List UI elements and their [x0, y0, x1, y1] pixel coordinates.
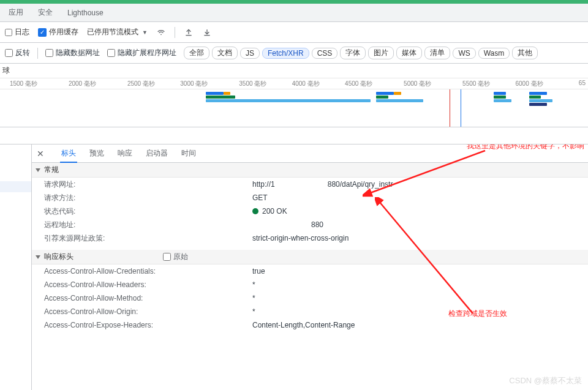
invert-filter[interactable]: 反转	[5, 48, 30, 58]
timeline-ticks: 1500 毫秒2000 毫秒2500 毫秒3000 毫秒3500 毫秒4000 …	[0, 78, 588, 89]
requests-header-row: 球	[0, 64, 588, 78]
timeline-bar	[529, 92, 547, 95]
close-icon[interactable]: ✕	[37, 149, 48, 159]
response-header-value: true	[252, 267, 265, 276]
timeline-bar	[394, 92, 401, 95]
preserve-log-checkbox[interactable]	[5, 29, 12, 36]
row-remote-address: 远程地址: 880	[32, 218, 588, 231]
row-status-code: 状态代码: 200 OK	[32, 204, 588, 218]
download-icon[interactable]	[202, 28, 212, 37]
status-dot-icon	[252, 208, 258, 214]
response-header-key: Access-Control-Allow-Credentials:	[44, 267, 252, 276]
response-header-key: Access-Control-Allow-Headers:	[44, 280, 252, 289]
annotation-text-2: 检查跨域是否生效	[448, 309, 507, 319]
hide-data-urls[interactable]: 隐藏数据网址	[45, 48, 100, 58]
section-response-headers[interactable]: 响应标头 原始	[32, 250, 588, 264]
throttling-select[interactable]: 已停用节流模式 ▼	[87, 27, 148, 37]
watermark: CSDN @蔡蔡不太菜	[509, 375, 582, 386]
detail-split: ✕ 标头 预览 响应 启动器 时间 常规 请求网址: http://1880/d…	[0, 144, 588, 390]
response-header-row: Access-Control-Allow-Method:*	[32, 291, 588, 305]
disable-cache[interactable]: ✓ 停用缓存	[38, 27, 78, 37]
timeline-bar	[376, 99, 423, 102]
timeline-bar	[529, 99, 552, 102]
filters-row: 反转 隐藏数据网址 隐藏扩展程序网址 全部文档JSFetch/XHRCSS字体图…	[0, 43, 588, 64]
tab-preview[interactable]: 预览	[89, 148, 104, 159]
type-filter-媒体[interactable]: 媒体	[396, 47, 422, 59]
remote-address-value: 880	[252, 220, 323, 229]
timeline-bar	[376, 96, 388, 99]
detail-pane: ✕ 标头 预览 响应 启动器 时间 常规 请求网址: http://1880/d…	[32, 144, 588, 390]
tab-lighthouse[interactable]: Lighthouse	[67, 9, 104, 17]
response-header-key: Access-Control-Allow-Origin:	[44, 307, 252, 316]
type-filter-字体[interactable]: 字体	[340, 47, 366, 59]
tab-initiator[interactable]: 启动器	[146, 148, 168, 159]
status-code-value: 200 OK	[252, 207, 287, 216]
request-list-narrow[interactable]	[0, 144, 32, 390]
type-filter-清单[interactable]: 清单	[424, 47, 450, 59]
devtools-top-tabs: 应用 安全 Lighthouse	[0, 4, 588, 22]
tick: 3500 毫秒	[239, 80, 266, 88]
hide-data-label: 隐藏数据网址	[56, 48, 100, 58]
hide-data-checkbox[interactable]	[45, 49, 53, 57]
request-url-value: http://1880/datApi/qry_instr	[252, 180, 393, 189]
response-header-row: Access-Control-Allow-Headers:*	[32, 278, 588, 291]
response-header-value: *	[252, 307, 255, 316]
type-filter-group: 全部文档JSFetch/XHRCSS字体图片媒体清单WSWasm其他	[184, 47, 538, 59]
response-header-value: Content-Length,Content-Range	[252, 321, 355, 329]
timeline-bar	[376, 92, 394, 95]
disable-cache-checkbox[interactable]: ✓	[38, 28, 47, 37]
tab-response[interactable]: 响应	[118, 148, 132, 159]
upload-icon[interactable]	[184, 28, 194, 37]
selected-request-row[interactable]	[0, 181, 31, 192]
preserve-log-partial[interactable]: 日志	[5, 27, 29, 37]
filter-divider-1	[37, 48, 38, 59]
svg-point-0	[160, 34, 162, 35]
type-filter-图片[interactable]: 图片	[368, 47, 394, 59]
type-filter-文档[interactable]: 文档	[212, 47, 238, 59]
collapse-icon	[36, 168, 40, 172]
type-filter-其他[interactable]: 其他	[512, 47, 538, 59]
wifi-icon[interactable]	[156, 28, 166, 37]
request-method-value: GET	[252, 193, 268, 202]
row-referrer-policy: 引荐来源网址政策: strict-origin-when-cross-origi…	[32, 231, 588, 245]
request-method-key: 请求方法:	[44, 193, 252, 203]
hide-extension-urls[interactable]: 隐藏扩展程序网址	[107, 48, 176, 58]
timeline-bar	[494, 96, 505, 99]
timeline-bar	[206, 96, 235, 99]
section-response-headers-title: 响应标头	[44, 252, 74, 262]
section-general[interactable]: 常规	[32, 163, 588, 178]
tick: 65	[579, 80, 586, 86]
response-header-row: Access-Control-Allow-Credentials:true	[32, 264, 588, 278]
spacer	[0, 127, 588, 144]
type-filter-JS[interactable]: JS	[240, 48, 260, 59]
row-request-url: 请求网址: http://1880/datApi/qry_instr	[32, 178, 588, 191]
hide-ext-checkbox[interactable]	[107, 49, 115, 57]
response-header-key: Access-Control-Allow-Method:	[44, 294, 252, 302]
type-filter-WS[interactable]: WS	[453, 48, 475, 59]
type-filter-全部[interactable]: 全部	[184, 47, 209, 59]
tab-timing[interactable]: 时间	[181, 148, 196, 159]
tick: 3000 毫秒	[180, 80, 208, 88]
timeline[interactable]: 1500 毫秒2000 毫秒2500 毫秒3000 毫秒3500 毫秒4000 …	[0, 78, 588, 127]
type-filter-Fetch/XHR[interactable]: Fetch/XHR	[262, 48, 309, 59]
raw-toggle[interactable]: 原始	[163, 252, 188, 262]
response-header-key: Access-Control-Expose-Headers:	[44, 321, 252, 329]
section-general-title: 常规	[44, 165, 59, 175]
annotation-text-1: 我这里是其他环境的关键字，不影响	[467, 144, 584, 151]
timeline-bar	[224, 92, 231, 95]
raw-checkbox[interactable]	[163, 253, 171, 261]
tab-headers[interactable]: 标头	[61, 148, 76, 159]
tab-security[interactable]: 安全	[38, 7, 53, 18]
raw-label: 原始	[173, 252, 188, 262]
type-filter-Wasm[interactable]: Wasm	[478, 48, 510, 59]
type-filter-CSS[interactable]: CSS	[312, 48, 338, 59]
referrer-policy-value: strict-origin-when-cross-origin	[252, 234, 349, 242]
response-header-value: *	[252, 294, 255, 302]
preserve-log-label: 日志	[15, 27, 29, 37]
timeline-marker	[450, 89, 450, 127]
tab-application[interactable]: 应用	[9, 7, 23, 18]
invert-label: 反转	[15, 48, 30, 58]
response-header-value: *	[252, 280, 255, 289]
tick: 5000 毫秒	[404, 80, 431, 88]
invert-checkbox[interactable]	[5, 49, 13, 57]
